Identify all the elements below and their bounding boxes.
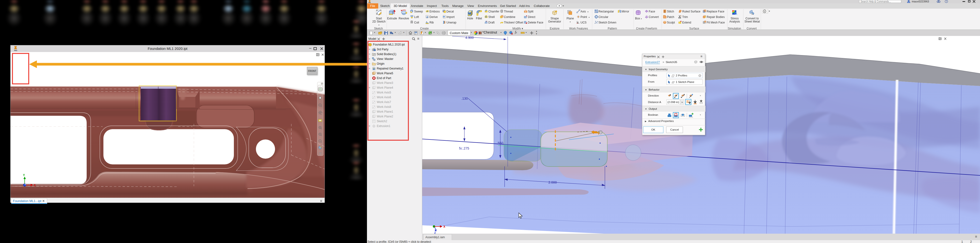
svg-text:E: E (427, 10, 428, 13)
svg-text:X: X (443, 225, 445, 229)
svg-text:PRO: PRO (14, 50, 17, 51)
svg-text:.550: .550 (497, 141, 503, 145)
svg-text:2.000: 2.000 (549, 181, 557, 184)
svg-text:Z: Z (434, 231, 436, 233)
svg-text:X: X (34, 184, 36, 187)
svg-text:.130: .130 (461, 97, 468, 101)
svg-text:Y: Y (23, 174, 25, 177)
svg-text:fx:.275: fx:.275 (459, 146, 469, 150)
svg-text:4.900: 4.900 (465, 36, 474, 40)
svg-text:PRO: PRO (368, 2, 371, 3)
